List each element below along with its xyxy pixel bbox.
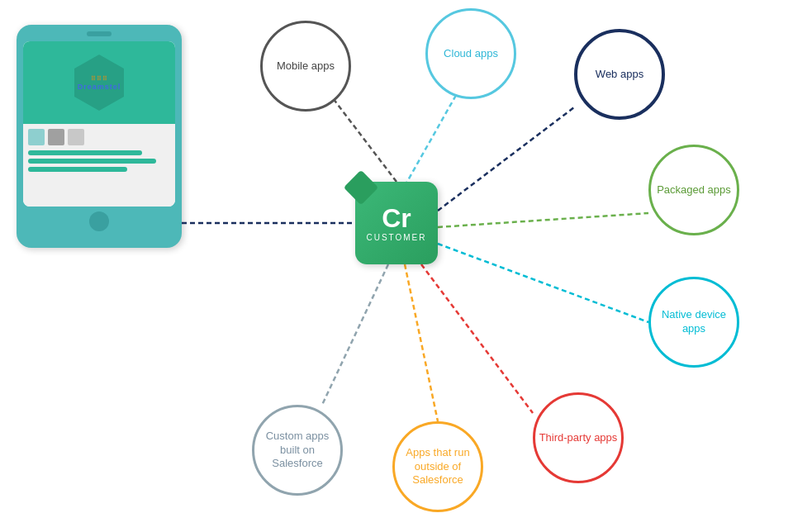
svg-line-8 <box>322 264 388 405</box>
custom-apps-label: Custom apps built on Salesforce <box>254 426 340 475</box>
node-native-device-apps: Native device apps <box>648 277 739 368</box>
dreamstel-dots: ⠿⠿⠿ <box>78 75 121 83</box>
native-device-apps-label: Native device apps <box>651 305 737 340</box>
tablet-line-3 <box>28 167 127 172</box>
web-apps-label: Web apps <box>592 64 647 85</box>
svg-line-4 <box>438 213 648 227</box>
center-label: CUSTOMER <box>366 233 426 242</box>
dreamstel-brand-text: Dreamstel <box>78 83 121 91</box>
tablet-screen-top: ⠿⠿⠿ Dreamstel <box>23 41 175 124</box>
node-mobile-apps: Mobile apps <box>260 21 351 112</box>
svg-line-2 <box>405 91 458 186</box>
tablet-screen-bottom <box>23 124 175 207</box>
mobile-apps-label: Mobile apps <box>273 56 338 77</box>
tablet-screen: ⠿⠿⠿ Dreamstel <box>23 41 175 207</box>
node-cloud-apps: Cloud apps <box>425 8 516 99</box>
hexagon-shape: ⠿⠿⠿ Dreamstel <box>74 69 124 97</box>
outside-salesforce-label: Apps that run outside of Salesforce <box>395 443 481 492</box>
tablet-line-2 <box>28 159 156 164</box>
tablet-lines <box>28 150 170 172</box>
node-web-apps: Web apps <box>574 29 665 120</box>
node-third-party-apps: Third-party apps <box>533 392 624 483</box>
tablet-device: ⠿⠿⠿ Dreamstel <box>17 25 182 248</box>
svg-line-1 <box>330 95 396 182</box>
tablet-camera <box>87 31 112 36</box>
svg-line-5 <box>438 244 648 322</box>
node-custom-apps: Custom apps built on Salesforce <box>252 405 343 496</box>
svg-line-6 <box>421 264 533 413</box>
tablet-color-boxes <box>28 129 170 145</box>
tablet-home-button <box>89 211 109 231</box>
dreamstel-logo: ⠿⠿⠿ Dreamstel <box>74 69 124 97</box>
tablet-line-1 <box>28 150 142 155</box>
center-symbol: Cr <box>382 205 411 231</box>
cloud-apps-label: Cloud apps <box>440 44 501 64</box>
tablet-color-box-3 <box>68 129 84 145</box>
packaged-apps-label: Packaged apps <box>653 180 734 201</box>
node-outside-salesforce: Apps that run outside of Salesforce <box>392 421 483 512</box>
node-packaged-apps: Packaged apps <box>648 145 739 235</box>
center-node: Cr CUSTOMER <box>355 182 438 264</box>
svg-line-7 <box>405 264 438 421</box>
tablet-color-box-2 <box>48 129 64 145</box>
tablet-color-box-1 <box>28 129 45 145</box>
third-party-apps-label: Third-party apps <box>536 428 621 449</box>
svg-line-3 <box>438 107 574 211</box>
diagram-container: ⠿⠿⠿ Dreamstel <box>0 0 793 532</box>
